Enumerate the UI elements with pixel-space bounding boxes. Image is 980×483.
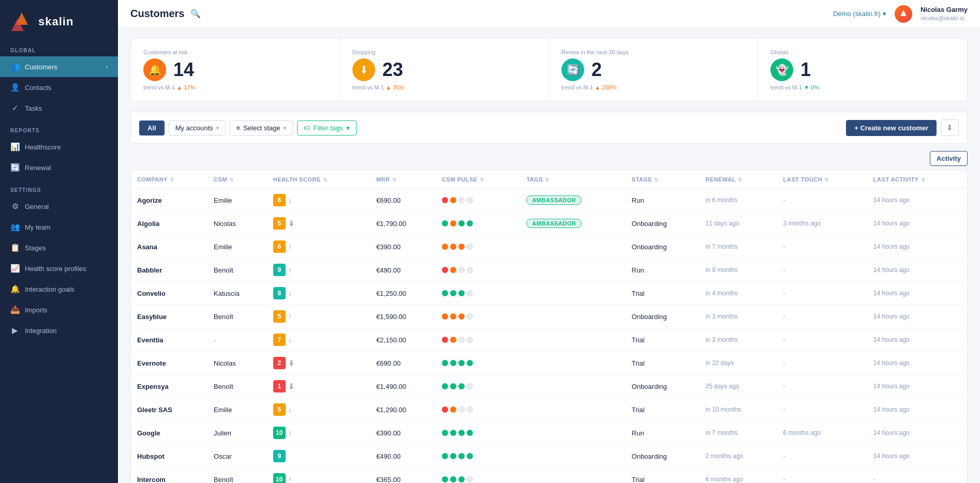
cell-stage-5: Onboarding (626, 305, 700, 328)
pulse-dots-9 (442, 406, 514, 413)
col-label-1: CSM (214, 176, 227, 183)
sidebar-item-myteam[interactable]: 👥My team (0, 217, 118, 237)
cell-tags-10 (520, 421, 625, 445)
sidebar-item-interactiongoals[interactable]: 🔔Interaction goals (0, 279, 118, 299)
health-badge-12: 10↑ (273, 473, 292, 483)
cell-mrr-7: €690.00 (370, 352, 436, 375)
col-header-stage[interactable]: Stage⇅ (626, 171, 700, 189)
main-content: Customers 🔍 Démo (skalin.fr) ▾ Nicolas G… (118, 0, 980, 483)
demo-selector[interactable]: Démo (skalin.fr) ▾ (833, 10, 886, 18)
health-num-9: 5 (273, 403, 286, 416)
pulse-dot-10-0 (442, 430, 448, 436)
health-badge-0: 6↓ (273, 194, 292, 206)
sidebar-item-imports[interactable]: 📥Imports (0, 299, 118, 320)
sidebar-item-general[interactable]: ⚙General (0, 196, 118, 217)
pulse-dot-7-1 (450, 360, 456, 366)
pulse-dot-6-2 (458, 337, 465, 343)
pulse-dots-4 (442, 290, 514, 296)
stat-label-0: Customers at risk (143, 49, 327, 55)
create-customer-button[interactable]: + Create new customer (846, 120, 937, 136)
col-header-last-touch[interactable]: Last Touch⇅ (777, 171, 867, 189)
user-name: Nicolas Garmy (920, 6, 968, 14)
health-num-3: 9 (273, 264, 286, 276)
cell-stage-3: Run (626, 259, 700, 282)
table-row[interactable]: ExpensyaBenoît1⇓€1,490.00Onboarding25 da… (131, 375, 967, 398)
table-row[interactable]: IntercomBenoît10↑€365.00Trial6 months ag… (131, 468, 967, 484)
customers-icon: 👥 (10, 62, 20, 71)
col-header-mrr[interactable]: MRR⇅ (370, 171, 436, 189)
cell-tags-0: AMBASSADOR (520, 189, 625, 212)
stat-main-2: 🔄 2 (561, 58, 745, 81)
pulse-dot-1-3 (467, 220, 473, 227)
col-header-health-score[interactable]: Health score⇅ (267, 171, 370, 189)
pulse-dot-3-3 (467, 267, 473, 273)
health-num-7: 2 (273, 357, 286, 369)
sidebar-item-stages[interactable]: 📋Stages (0, 237, 118, 258)
table-row[interactable]: Gleetr SASEmilie5↓€1,290.00Trialin 10 mo… (131, 398, 967, 421)
skalin-logo-icon (10, 10, 33, 33)
pulse-dots-3 (442, 267, 514, 273)
health-num-0: 6 (273, 194, 286, 206)
sidebar-item-customers[interactable]: 👥Customers› (0, 56, 118, 77)
col-label-6: Stage (632, 176, 652, 183)
col-header-last-activity[interactable]: Last Activity⇅ (867, 171, 967, 189)
pulse-dot-11-0 (442, 453, 448, 459)
sidebar-label-healthscore: Healthscore (25, 143, 108, 151)
pulse-dot-5-2 (458, 313, 465, 320)
health-num-5: 5 (273, 310, 286, 323)
table-row[interactable]: Eventtia-7↓€2,150.00Trialin 2 months-14 … (131, 328, 967, 352)
filter-tags-button[interactable]: 🏷 Filter tags ▾ (297, 120, 357, 135)
cell-lastactivity-12: - (867, 468, 967, 484)
sidebar-item-renewal[interactable]: 🔄Renewal (0, 157, 118, 178)
sidebar-label-tasks: Tasks (25, 104, 108, 112)
cell-company-7: Evernote (131, 352, 207, 375)
pulse-dot-4-0 (442, 290, 448, 296)
activity-button[interactable]: Activity (930, 151, 968, 166)
sidebar-item-contacts[interactable]: 👤Contacts (0, 77, 118, 98)
table-row[interactable]: EasyblueBenoît5↑€1,590.00Onboardingin 3 … (131, 305, 967, 328)
col-header-csm-pulse[interactable]: CSM Pulse⇅ (436, 171, 520, 189)
col-header-csm[interactable]: CSM⇅ (207, 171, 267, 189)
table-row[interactable]: AlgoliaNicolas5⇓€1,790.00AMBASSADOROnboa… (131, 212, 967, 235)
stat-icon-3: 👻 (770, 58, 793, 81)
col-header-company[interactable]: Company⇅ (131, 171, 207, 189)
tag-badge-0: AMBASSADOR (526, 195, 582, 205)
pulse-dot-8-3 (467, 383, 473, 389)
table-row[interactable]: BabblerBenoît9↑€490.00Runin 8 months-14 … (131, 259, 967, 282)
cell-tags-11 (520, 445, 625, 468)
my-accounts-label: My accounts (175, 124, 213, 132)
table-row[interactable]: HubspotOscar9€490.00Onboarding2 months a… (131, 445, 967, 468)
table-row[interactable]: AsanaEmilie6↑€390.00Onboardingin 7 month… (131, 235, 967, 259)
all-filter-button[interactable]: All (139, 120, 165, 135)
sidebar-label-renewal: Renewal (25, 164, 108, 172)
user-menu[interactable]: Nicolas Garmy nicolas@skalin.io (920, 6, 968, 22)
my-accounts-button[interactable]: My accounts ▾ (169, 120, 226, 135)
table-row[interactable]: ConvelioKatuscia8↓€1,250.00Trialin 4 mon… (131, 282, 967, 305)
sidebar-item-integration[interactable]: ▶Integration (0, 320, 118, 341)
cell-stage-9: Trial (626, 398, 700, 421)
sidebar-item-tasks[interactable]: ✓Tasks (0, 98, 118, 118)
cell-mrr-8: €1,490.00 (370, 375, 436, 398)
health-badge-1: 5⇓ (273, 217, 294, 230)
sidebar: skalin GLOBAL👥Customers›👤Contacts✓TasksR… (0, 0, 118, 483)
cell-stage-4: Trial (626, 282, 700, 305)
cell-csm-1: Nicolas (207, 212, 267, 235)
sidebar-item-healthscore[interactable]: 📊Healthscore (0, 137, 118, 157)
pulse-dots-11 (442, 453, 514, 459)
table-row[interactable]: GoogleJulien10↑€390.00Runin 7 months6 mo… (131, 421, 967, 445)
cell-tags-2 (520, 235, 625, 259)
select-stage-button[interactable]: ≡ Select stage ▾ (230, 120, 293, 135)
table-row[interactable]: AgorizeEmilie6↓€690.00AMBASSADORRunin 6 … (131, 189, 967, 212)
search-icon[interactable]: 🔍 (190, 9, 201, 19)
col-header-tags[interactable]: Tags⇅ (520, 171, 625, 189)
cell-lasttouch-10: 6 months ago (777, 421, 867, 445)
tag-badge-1: AMBASSADOR (526, 219, 582, 228)
cell-lastactivity-10: 14 hours ago (867, 421, 967, 445)
stat-trend-value-1: ▲ 35% (385, 84, 404, 90)
sidebar-section-label-settings: SETTINGS (0, 178, 118, 196)
download-button[interactable]: ⬇ (941, 119, 959, 136)
table-row[interactable]: EvernoteNicolas2⇓€690.00Trialin 22 days-… (131, 352, 967, 375)
page-title: Customers (130, 8, 184, 20)
sidebar-item-healthprofiles[interactable]: 📈Health score profiles (0, 258, 118, 279)
col-header-renewal[interactable]: Renewal⇅ (700, 171, 777, 189)
